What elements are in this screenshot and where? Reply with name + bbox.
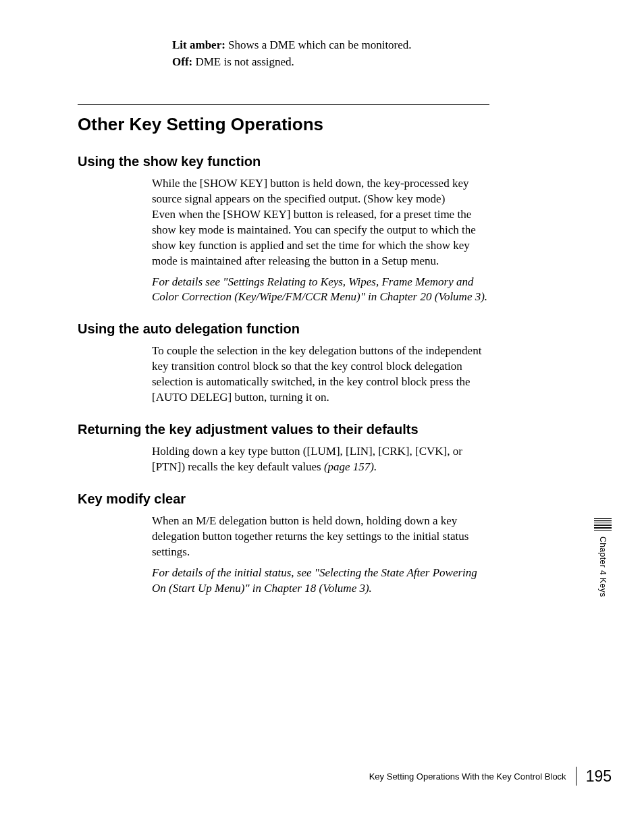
side-tab: Chapter 4 Keys — [594, 518, 612, 597]
subsection-title: Using the auto delegation function — [78, 321, 489, 337]
thumb-index-icon — [594, 518, 612, 531]
page-number: 195 — [586, 767, 612, 786]
footer-divider — [576, 767, 576, 786]
cross-reference: For details see "Settings Relating to Ke… — [152, 275, 489, 306]
subsection-title: Using the show key function — [78, 154, 489, 169]
definition-item: Off: DME is not assigned. — [172, 55, 489, 70]
side-tab-label: Chapter 4 Keys — [598, 537, 608, 597]
definition-label: Off: — [172, 55, 192, 68]
page-reference-link[interactable]: (page 157). — [324, 460, 377, 473]
subsection-title: Key modify clear — [78, 491, 489, 507]
section-title: Other Key Setting Operations — [78, 114, 489, 135]
body-paragraph: Holding down a key type button ([LUM], [… — [152, 444, 489, 475]
paragraph-prefix: Holding down a key type button ([LUM], [… — [152, 445, 462, 473]
definition-text: Shows a DME which can be monitored. — [225, 38, 412, 51]
definition-item: Lit amber: Shows a DME which can be moni… — [172, 38, 489, 53]
definition-label: Lit amber: — [172, 38, 225, 51]
subsection-show-key: Using the show key function While the [S… — [78, 154, 489, 306]
body-paragraph: When an M/E delegation button is held do… — [152, 514, 489, 560]
cross-reference: For details of the initial status, see "… — [152, 566, 489, 597]
subsection-returning-defaults: Returning the key adjustment values to t… — [78, 422, 489, 475]
page-footer: Key Setting Operations With the Key Cont… — [0, 767, 644, 786]
subsection-key-modify-clear: Key modify clear When an M/E delegation … — [78, 491, 489, 597]
definition-text: DME is not assigned. — [192, 55, 294, 68]
footer-section-name: Key Setting Operations With the Key Cont… — [369, 771, 566, 782]
page-content: Lit amber: Shows a DME which can be moni… — [0, 0, 567, 597]
section: Other Key Setting Operations Using the s… — [78, 104, 489, 597]
subsection-auto-delegation: Using the auto delegation function To co… — [78, 321, 489, 406]
subsection-title: Returning the key adjustment values to t… — [78, 422, 489, 437]
body-paragraph: While the [SHOW KEY] button is held down… — [152, 176, 489, 269]
body-paragraph: To couple the selection in the key deleg… — [152, 344, 489, 406]
intro-definition-list: Lit amber: Shows a DME which can be moni… — [172, 38, 489, 70]
section-divider — [78, 104, 489, 105]
